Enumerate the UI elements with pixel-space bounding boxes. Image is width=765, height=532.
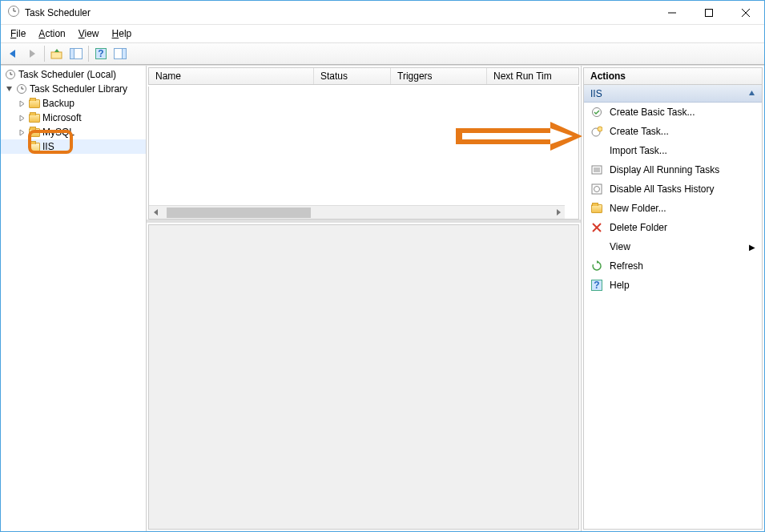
tree-item-backup[interactable]: Backup: [1, 96, 146, 111]
folder-icon: [28, 126, 41, 139]
col-status-label: Status: [320, 71, 348, 82]
col-next[interactable]: Next Run Tim: [487, 68, 578, 84]
blank-icon: [590, 144, 603, 157]
svg-text:?: ?: [594, 280, 599, 291]
action-delete-folder[interactable]: Delete Folder: [584, 218, 762, 237]
action-label: Create Basic Task...: [610, 107, 695, 118]
actions-body: IIS Create Basic Task... Create Task... …: [583, 85, 763, 530]
tree-item-label: Microsoft: [42, 112, 82, 123]
col-triggers[interactable]: Triggers: [391, 68, 487, 84]
help-icon: ?: [590, 279, 603, 292]
svg-marker-25: [20, 115, 24, 121]
list-header: Name Status Triggers Next Run Tim: [148, 67, 579, 85]
col-next-label: Next Run Tim: [493, 71, 552, 82]
menu-action[interactable]: Action: [34, 26, 70, 41]
menu-file[interactable]: File: [6, 26, 30, 41]
delete-icon: [590, 221, 603, 234]
col-status[interactable]: Status: [314, 68, 391, 84]
submenu-arrow-icon: ▶: [749, 243, 755, 252]
expander-right-icon[interactable]: [17, 113, 26, 123]
collapse-icon: [748, 88, 755, 99]
tree-library[interactable]: Task Scheduler Library: [1, 82, 146, 96]
action-import-task[interactable]: Import Task...: [584, 141, 762, 160]
tree-item-iis[interactable]: IIS: [1, 139, 146, 154]
action-label: New Folder...: [610, 203, 666, 214]
clock-check-icon: [590, 106, 603, 119]
list-body[interactable]: [148, 87, 579, 220]
expander-down-icon[interactable]: [4, 84, 14, 94]
action-create-task[interactable]: Create Task...: [584, 122, 762, 141]
svg-rect-9: [51, 52, 62, 58]
clock-new-icon: [590, 125, 603, 138]
menu-bar: File Action View Help: [1, 25, 764, 42]
minimize-button[interactable]: [654, 1, 691, 25]
title-bar: Task Scheduler: [1, 1, 764, 25]
svg-rect-37: [592, 184, 602, 194]
action-refresh[interactable]: Refresh: [584, 256, 762, 276]
action-label: Help: [610, 280, 630, 291]
expander-right-icon[interactable]: [17, 127, 26, 137]
horizontal-scrollbar[interactable]: [149, 205, 565, 219]
scroll-right-icon[interactable]: [551, 206, 565, 220]
folder-icon: [28, 97, 41, 110]
action-view[interactable]: View ▶: [584, 237, 762, 256]
body: Task Scheduler (Local) Task Scheduler Li…: [1, 65, 764, 531]
maximize-button[interactable]: [691, 1, 727, 25]
close-button[interactable]: [727, 1, 764, 25]
folder-open-icon: [28, 140, 41, 153]
actions-group-header[interactable]: IIS: [584, 85, 762, 103]
action-help[interactable]: ? Help: [584, 276, 762, 295]
action-new-folder[interactable]: New Folder...: [584, 199, 762, 218]
svg-marker-7: [10, 50, 15, 58]
app-icon: [7, 5, 20, 20]
action-label: Delete Folder: [610, 222, 667, 233]
scrollbar-thumb[interactable]: [167, 208, 311, 218]
running-tasks-icon: [590, 163, 603, 176]
action-label: Refresh: [610, 260, 643, 272]
history-icon: [590, 183, 603, 195]
action-label: Create Task...: [610, 126, 669, 137]
svg-marker-8: [30, 50, 35, 58]
action-label: Display All Running Tasks: [610, 164, 719, 175]
task-list-pane: Name Status Triggers Next Run Tim: [147, 66, 581, 223]
expander-right-icon[interactable]: [17, 99, 26, 108]
up-button[interactable]: [48, 45, 66, 62]
help-button[interactable]: ?: [92, 45, 110, 62]
tree-panel[interactable]: Task Scheduler (Local) Task Scheduler Li…: [1, 66, 147, 531]
action-disable-history[interactable]: Disable All Tasks History: [584, 179, 762, 199]
show-hide-tree-button[interactable]: [67, 45, 85, 62]
tree-root[interactable]: Task Scheduler (Local): [1, 67, 146, 82]
action-create-basic-task[interactable]: Create Basic Task...: [584, 103, 762, 122]
col-name[interactable]: Name: [149, 68, 314, 84]
window-title: Task Scheduler: [25, 7, 91, 18]
svg-marker-29: [749, 91, 755, 95]
library-icon: [15, 83, 28, 95]
forward-button[interactable]: [23, 45, 41, 62]
svg-marker-10: [54, 49, 59, 52]
back-button[interactable]: [4, 45, 22, 62]
clock-icon: [4, 68, 17, 81]
svg-marker-27: [154, 209, 158, 216]
action-label: Import Task...: [610, 145, 667, 156]
svg-marker-28: [557, 209, 561, 216]
svg-rect-12: [70, 49, 74, 59]
new-folder-icon: [590, 202, 603, 215]
tree-item-microsoft[interactable]: Microsoft: [1, 111, 146, 125]
svg-marker-20: [6, 87, 12, 91]
svg-rect-4: [706, 9, 713, 16]
col-triggers-label: Triggers: [397, 71, 433, 82]
detail-pane: [148, 224, 579, 530]
menu-help[interactable]: Help: [107, 26, 137, 41]
action-label: View: [610, 241, 630, 252]
scroll-left-icon[interactable]: [149, 206, 163, 220]
show-hide-action-button[interactable]: [111, 45, 129, 62]
action-display-running[interactable]: Display All Running Tasks: [584, 160, 762, 179]
menu-view[interactable]: View: [74, 26, 104, 41]
refresh-icon: [590, 260, 603, 272]
task-scheduler-window: Task Scheduler File Action View Help ? T…: [0, 0, 765, 532]
actions-group-label: IIS: [590, 88, 602, 99]
tree-item-mysql[interactable]: MySQL: [1, 125, 146, 139]
svg-marker-24: [20, 101, 24, 107]
svg-text:?: ?: [98, 48, 103, 59]
tree-item-label: Backup: [42, 98, 74, 109]
